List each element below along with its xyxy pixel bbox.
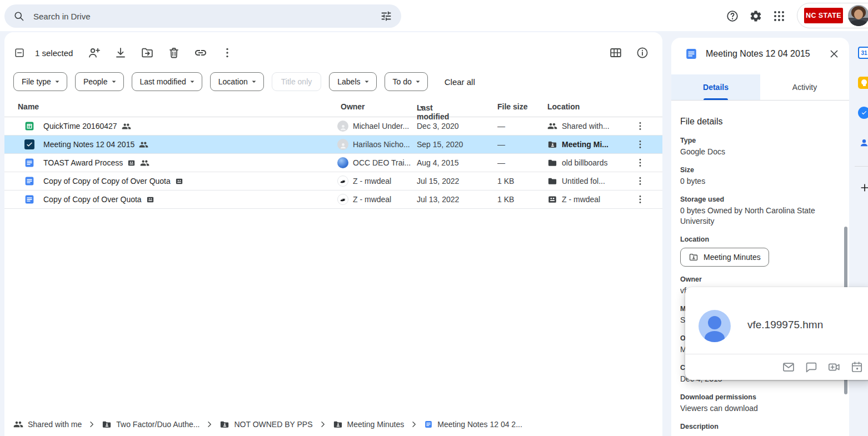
filter-chip-location[interactable]: Location <box>210 72 264 91</box>
grid-view-icon[interactable] <box>609 46 622 59</box>
select-checkbox[interactable] <box>14 47 25 58</box>
table-row[interactable]: TOAST Award Process OCC DEO Trai... Aug … <box>4 154 662 172</box>
info-icon[interactable] <box>636 46 649 59</box>
contacts-app-icon[interactable] <box>858 137 868 149</box>
chevron-down-icon <box>249 77 259 87</box>
row-menu-button[interactable] <box>631 117 649 135</box>
column-header-modified[interactable]: Last modified <box>417 102 427 112</box>
more-icon <box>635 157 646 168</box>
file-name: Copy of Copy of Copy of Over Quota <box>43 177 171 186</box>
org-icon <box>146 196 154 204</box>
help-icon[interactable] <box>726 9 739 23</box>
last-modified: Dec 3, 2020 <box>417 117 489 135</box>
owner-name: Michael Under... <box>353 122 409 131</box>
file-size: — <box>497 154 542 172</box>
more-icon <box>635 194 646 205</box>
field-value-storage: 0 bytes Owned by North Carolina State Un… <box>680 206 837 227</box>
table-row[interactable]: Copy of Copy of Over Quota Z - mwdeal Ju… <box>4 191 662 209</box>
table-row-selected[interactable]: Meeting Notes 12 04 2015 Harilaos Nicho.… <box>4 136 662 154</box>
row-menu-button[interactable] <box>631 191 649 208</box>
link-icon[interactable] <box>194 46 207 59</box>
top-bar: NC STATE <box>0 0 868 31</box>
row-menu-button[interactable] <box>631 172 649 190</box>
org-icon <box>127 159 136 167</box>
field-label-location: Location <box>680 235 837 244</box>
row-checkbox-checked[interactable] <box>24 139 34 149</box>
share-icon[interactable] <box>87 46 101 59</box>
search-input[interactable] <box>32 11 372 22</box>
chevron-down-icon <box>187 77 197 87</box>
breadcrumb-folder[interactable]: NOT OWNED BY PPS <box>220 419 312 429</box>
tune-icon[interactable] <box>380 10 392 22</box>
details-panel-header: Meeting Notes 12 04 2015 <box>685 46 840 62</box>
apps-grid-icon[interactable] <box>772 9 786 23</box>
field-label-download-permissions: Download permissions <box>680 393 837 402</box>
column-header-name[interactable]: Name <box>18 102 39 111</box>
location-chip[interactable]: Meeting Minutes <box>680 248 769 267</box>
filter-chip-people[interactable]: People <box>75 72 124 91</box>
chevron-right-icon <box>409 419 419 429</box>
plus-icon <box>859 182 868 193</box>
tab-activity[interactable]: Activity <box>760 74 849 100</box>
more-actions-icon[interactable] <box>221 46 234 59</box>
field-label-description: Description <box>680 422 837 432</box>
tasks-app-icon[interactable] <box>858 107 868 119</box>
filter-chip-to-do[interactable]: To do <box>385 72 428 91</box>
folder-icon <box>547 158 557 168</box>
tab-details[interactable]: Details <box>671 74 760 100</box>
owner-avatar <box>337 139 348 150</box>
chat-icon[interactable] <box>805 360 818 374</box>
close-icon[interactable] <box>828 48 840 60</box>
file-size: 1 KB <box>497 172 542 190</box>
field-label-size: Size <box>680 166 837 175</box>
table-row[interactable]: Copy of Copy of Copy of Over Quota Z - m… <box>4 172 662 191</box>
filter-chip-last-modified[interactable]: Last modified <box>132 72 202 91</box>
keep-app-icon[interactable] <box>858 77 868 89</box>
check-icon <box>26 141 33 148</box>
field-value-type: Google Docs <box>680 147 837 157</box>
email-icon[interactable] <box>782 360 795 374</box>
chevron-down-icon <box>109 77 119 87</box>
account-area[interactable]: NC STATE <box>797 3 868 28</box>
move-icon[interactable] <box>141 46 154 59</box>
wolf-logo-icon <box>339 177 347 185</box>
calendar-app-icon[interactable]: 31 <box>858 47 868 59</box>
column-header-owner[interactable]: Owner <box>341 102 365 111</box>
file-name: Meeting Notes 12 04 2015 <box>43 140 134 149</box>
field-value-download-permissions: Viewers can download <box>680 403 837 414</box>
download-icon[interactable] <box>114 46 127 59</box>
search-bar[interactable] <box>4 4 401 28</box>
filter-chip-labels[interactable]: Labels <box>329 72 376 91</box>
breadcrumb-shared-with-me[interactable]: Shared with me <box>13 419 82 429</box>
panel-tabs: Details Activity <box>671 74 849 101</box>
owner-name: Z - mwdeal <box>353 177 391 186</box>
video-call-icon[interactable] <box>827 360 841 374</box>
account-avatar[interactable] <box>848 5 868 26</box>
filter-chip-file-type[interactable]: File type <box>13 72 67 91</box>
people-icon <box>13 419 23 429</box>
field-label-owner: Owner <box>680 275 837 284</box>
row-menu-button[interactable] <box>631 154 649 172</box>
search-icon[interactable] <box>13 11 24 22</box>
trash-icon[interactable] <box>167 46 181 59</box>
row-menu-button[interactable] <box>631 136 649 153</box>
add-apps-button[interactable] <box>858 181 868 194</box>
view-toolbar <box>609 42 662 64</box>
column-header-size[interactable]: File size <box>497 102 527 111</box>
breadcrumb-folder[interactable]: Two Factor/Duo Authe... <box>102 419 199 429</box>
column-header-location[interactable]: Location <box>547 102 580 111</box>
file-name: Copy of Copy of Over Quota <box>43 195 142 204</box>
settings-icon[interactable] <box>749 9 762 23</box>
owner-avatar <box>337 157 348 168</box>
table-row[interactable]: QuickTime 20160427 Michael Under... Dec … <box>4 117 662 136</box>
shared-folder-icon <box>333 419 343 429</box>
breadcrumb-file[interactable]: Meeting Notes 12 04 2... <box>424 420 522 429</box>
owner-avatar <box>337 176 348 187</box>
section-title: File details <box>680 116 837 128</box>
owner-name: Z - mwdeal <box>353 195 391 204</box>
clear-all-button[interactable]: Clear all <box>445 77 475 87</box>
shared-folder-icon <box>102 419 112 429</box>
breadcrumb-folder[interactable]: Meeting Minutes <box>333 419 405 429</box>
divider <box>855 166 868 167</box>
calendar-icon[interactable] <box>850 360 864 374</box>
